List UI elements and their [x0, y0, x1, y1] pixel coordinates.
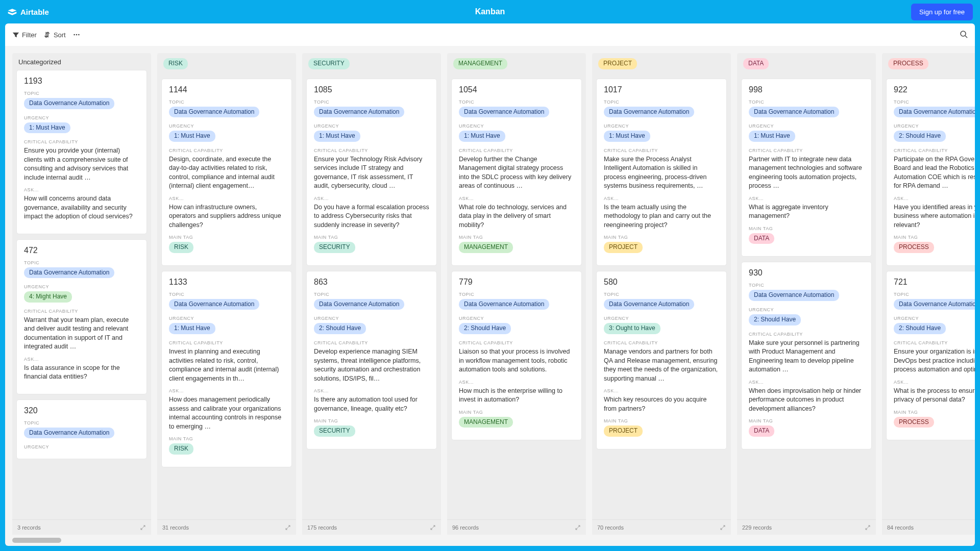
kanban-card[interactable]: 721TOPICData Governance AutomationURGENC…: [886, 271, 975, 440]
kanban-board[interactable]: Uncategorized1193TOPICData Governance Au…: [5, 46, 975, 546]
filter-button[interactable]: Filter: [12, 31, 37, 39]
column-title-pill: PROCESS: [888, 58, 928, 69]
kanban-card[interactable]: 863TOPICData Governance AutomationURGENC…: [306, 271, 437, 449]
field-label-ask: ASK…: [169, 388, 284, 393]
field-label-ask: ASK…: [894, 196, 975, 201]
search-button[interactable]: [960, 30, 968, 40]
card-id: 721: [894, 278, 975, 287]
records-count: 229 records: [742, 524, 772, 531]
topic-pill: Data Governance Automation: [604, 299, 694, 310]
expand-icon[interactable]: [865, 524, 871, 531]
field-label-maintag: MAIN TAG: [749, 418, 864, 423]
kanban-column-security: SECURITY1085TOPICData Governance Automat…: [302, 53, 441, 535]
column-footer: 84 records: [882, 519, 975, 535]
filter-icon: [12, 31, 19, 38]
column-body[interactable]: 1193TOPICData Governance AutomationURGEN…: [12, 70, 151, 519]
ask-value: What is aggregate inventory management?: [749, 203, 864, 221]
airtable-logo[interactable]: Airtable: [7, 7, 49, 17]
topic-pill: Data Governance Automation: [749, 107, 839, 118]
more-button[interactable]: [73, 31, 80, 38]
kanban-card[interactable]: 922TOPICData Governance AutomationURGENC…: [886, 79, 975, 266]
column-body[interactable]: 998TOPICData Governance AutomationURGENC…: [737, 79, 876, 519]
kanban-card[interactable]: 998TOPICData Governance AutomationURGENC…: [741, 79, 872, 257]
urgency-pill: 4: Might Have: [24, 291, 72, 303]
column-footer: 175 records: [302, 519, 441, 535]
expand-icon[interactable]: [430, 524, 436, 531]
column-body[interactable]: 1017TOPICData Governance AutomationURGEN…: [592, 79, 731, 519]
column-body[interactable]: 1085TOPICData Governance AutomationURGEN…: [302, 79, 441, 519]
kanban-card[interactable]: 1017TOPICData Governance AutomationURGEN…: [596, 79, 727, 266]
field-label-critical: CRITICAL CAPABILITY: [169, 148, 284, 153]
column-footer: 229 records: [737, 519, 876, 535]
kanban-card[interactable]: 1193TOPICData Governance AutomationURGEN…: [16, 70, 147, 234]
column-header: Uncategorized: [12, 53, 151, 70]
field-label-urgency: URGENCY: [24, 444, 139, 449]
ask-value: How can infrastructure owners, operators…: [169, 203, 284, 230]
column-title-pill: MANAGEMENT: [453, 58, 507, 69]
field-label-maintag: MAIN TAG: [459, 410, 574, 415]
critical-capability-value: Invest in planning and executing activit…: [169, 347, 284, 383]
kanban-column-risk: RISK1144TOPICData Governance AutomationU…: [157, 53, 296, 535]
urgency-pill: 1: Must Have: [169, 323, 215, 334]
field-label-urgency: URGENCY: [314, 123, 429, 129]
column-body[interactable]: 1144TOPICData Governance AutomationURGEN…: [157, 79, 296, 519]
expand-icon[interactable]: [140, 524, 146, 531]
column-body[interactable]: 1054TOPICData Governance AutomationURGEN…: [447, 79, 586, 519]
kanban-card[interactable]: 320TOPICData Governance AutomationURGENC…: [16, 399, 147, 460]
kanban-card[interactable]: 1144TOPICData Governance AutomationURGEN…: [161, 79, 292, 266]
ask-value: Is there any automation tool used for go…: [314, 395, 429, 413]
main-tag-pill: PROJECT: [604, 425, 643, 437]
ask-value: Is the team actually using the methodolo…: [604, 203, 719, 230]
urgency-pill: 1: Must Have: [604, 131, 650, 142]
field-label-urgency: URGENCY: [169, 316, 284, 321]
field-label-topic: TOPIC: [314, 292, 429, 297]
field-label-critical: CRITICAL CAPABILITY: [314, 340, 429, 345]
main-tag-pill: RISK: [169, 443, 193, 455]
critical-capability-value: Liaison so that your process is involved…: [459, 347, 574, 374]
view-toolbar: Filter Sort: [5, 23, 975, 46]
expand-icon[interactable]: [285, 524, 291, 531]
main-tag-pill: MANAGEMENT: [459, 417, 513, 428]
kanban-card[interactable]: 580TOPICData Governance AutomationURGENC…: [596, 271, 727, 449]
field-label-urgency: URGENCY: [749, 307, 864, 312]
kanban-column-process: PROCESS922TOPICData Governance Automatio…: [882, 53, 975, 535]
kanban-card[interactable]: 779TOPICData Governance AutomationURGENC…: [451, 271, 582, 440]
card-id: 1144: [169, 85, 284, 94]
field-label-topic: TOPIC: [459, 99, 574, 105]
top-bar: Airtable Kanban Sign up for free: [0, 0, 980, 23]
field-label-maintag: MAIN TAG: [169, 436, 284, 441]
records-count: 3 records: [17, 524, 41, 531]
column-title-pill: DATA: [743, 58, 769, 69]
field-label-maintag: MAIN TAG: [314, 418, 429, 423]
column-body[interactable]: 922TOPICData Governance AutomationURGENC…: [882, 79, 975, 519]
field-label-ask: ASK…: [749, 196, 864, 201]
topic-pill: Data Governance Automation: [24, 428, 114, 439]
field-label-urgency: URGENCY: [894, 123, 975, 129]
field-label-critical: CRITICAL CAPABILITY: [24, 139, 139, 144]
critical-capability-value: Ensure your organization is involved in …: [894, 347, 975, 374]
topic-pill: Data Governance Automation: [169, 107, 259, 118]
kanban-card[interactable]: 1054TOPICData Governance AutomationURGEN…: [451, 79, 582, 266]
airtable-logo-icon: [7, 7, 17, 17]
urgency-pill: 1: Must Have: [169, 131, 215, 142]
signup-button[interactable]: Sign up for free: [911, 4, 973, 20]
sort-button[interactable]: Sort: [44, 31, 66, 39]
main-tag-pill: SECURITY: [314, 242, 355, 253]
kanban-card[interactable]: 472TOPICData Governance AutomationURGENC…: [16, 239, 147, 394]
expand-icon[interactable]: [575, 524, 581, 531]
expand-icon[interactable]: [720, 524, 726, 531]
field-label-maintag: MAIN TAG: [604, 418, 719, 423]
column-title: Uncategorized: [18, 58, 61, 66]
field-label-topic: TOPIC: [24, 260, 139, 265]
horizontal-scrollbar-thumb[interactable]: [12, 538, 61, 543]
field-label-urgency: URGENCY: [749, 123, 864, 129]
field-label-ask: ASK…: [604, 388, 719, 393]
field-label-maintag: MAIN TAG: [749, 226, 864, 231]
records-count: 31 records: [162, 524, 189, 531]
main-tag-pill: MANAGEMENT: [459, 242, 513, 253]
urgency-pill: 3: Ought to Have: [604, 323, 660, 334]
kanban-card[interactable]: 1085TOPICData Governance AutomationURGEN…: [306, 79, 437, 266]
kanban-card[interactable]: 1133TOPICData Governance AutomationURGEN…: [161, 271, 292, 467]
kanban-card[interactable]: 930TOPICData Governance AutomationURGENC…: [741, 262, 872, 449]
column-header: DATA: [737, 53, 876, 79]
